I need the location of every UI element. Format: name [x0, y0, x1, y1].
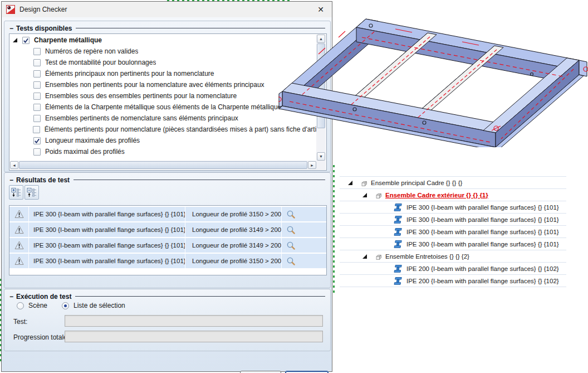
test-checkbox[interactable] [33, 59, 41, 66]
radio-selection-label: Liste de sélection [74, 302, 125, 309]
assembly-red-icon [372, 252, 382, 261]
collapse-toggle-icon[interactable]: − [9, 293, 13, 301]
test-checkbox[interactable] [22, 37, 30, 44]
test-label: Numéros de repère non valides [45, 47, 138, 55]
horizontal-scrollbar-thumb[interactable] [19, 161, 307, 169]
start-button[interactable]: Début [240, 371, 281, 373]
result-row[interactable]: IPE 300 {I-beam with parallel flange sur… [9, 207, 326, 221]
test-item: Ensembles non pertinents pour la nomencl… [10, 79, 316, 90]
warning-icon [9, 207, 28, 221]
result-part: IPE 300 {I-beam with parallel flange sur… [29, 238, 185, 253]
group-execution-de-test: − Exécution de test Scène Liste de sélec… [4, 289, 331, 351]
tree-item[interactable]: IPE 300 {I-beam with parallel flange sur… [340, 214, 566, 226]
zoom-to-part-button[interactable] [282, 222, 326, 237]
result-message: Longueur de profilé 3149 > 2000 [185, 238, 281, 253]
tree-item[interactable]: IPE 300 {I-beam with parallel flange sur… [340, 238, 566, 250]
expand-all-icon [11, 187, 21, 197]
test-checkbox[interactable] [33, 148, 41, 156]
total-progress-label: Progression totale: [13, 333, 69, 341]
test-item: Éléments de la Charpente métallique sous… [10, 101, 316, 113]
beam-end-cap-right [579, 60, 587, 76]
group-resultats-de-test: − Résultats de test [4, 172, 331, 288]
test-item: Éléments pertinents pour nomenclature (p… [10, 124, 316, 135]
expander-icon[interactable] [12, 37, 22, 43]
result-message: Longueur de profilé 3150 > 2000 [185, 207, 281, 221]
test-item: Ensembles pertinents de nomenclature san… [10, 113, 316, 124]
result-part: IPE 300 {I-beam with parallel flange sur… [29, 222, 185, 237]
group-execution-title: Exécution de test [16, 293, 71, 301]
collapse-toggle-icon[interactable]: − [9, 176, 13, 184]
window-title: Design Checker [19, 6, 67, 13]
ipe-beam-icon [393, 203, 403, 212]
test-checkbox[interactable] [33, 93, 41, 100]
test-checkbox[interactable] [33, 81, 41, 89]
tree-item[interactable]: IPE 300 {I-beam with parallel flange sur… [340, 201, 566, 214]
tree-item[interactable]: IPE 200 {I-beam with parallel flange sur… [340, 263, 566, 275]
tree-item-label: IPE 200 {I-beam with parallel flange sur… [406, 278, 559, 284]
zoom-to-part-button[interactable] [282, 238, 326, 253]
test-label: Charpente métallique [34, 36, 102, 44]
horizontal-scrollbar[interactable]: ◄ ► [10, 161, 316, 169]
close-button[interactable]: Fermer [285, 371, 329, 373]
group-results-title: Résultats de test [16, 176, 70, 184]
test-checkbox[interactable] [33, 48, 41, 55]
assembly-tree: Ensemble principal Cadre {} {} {}Ensembl… [340, 176, 566, 287]
zoom-to-part-button[interactable] [282, 207, 326, 221]
tree-item-label: Ensemble Cadre extérieur {} {} {1} [385, 192, 488, 198]
test-label: Éléments de la Charpente métallique sous… [45, 103, 281, 111]
design-checker-app-icon [6, 5, 15, 14]
test-checkbox[interactable] [33, 104, 41, 111]
viewport-grid-sliver-right [333, 165, 335, 293]
beam-end-cap-left [279, 91, 282, 107]
ipe-beam-icon [393, 240, 403, 249]
test-item: Éléments principaux non pertinents pour … [10, 68, 316, 79]
scroll-left-icon[interactable]: ◄ [10, 161, 18, 169]
ipe-beam-icon [393, 264, 403, 273]
warning-icon [9, 222, 28, 237]
result-part: IPE 300 {I-beam with parallel flange sur… [29, 254, 185, 268]
tree-item[interactable]: IPE 200 {I-beam with parallel flange sur… [340, 275, 566, 287]
assembly-blue-icon [372, 191, 382, 200]
group-header-rule [74, 180, 325, 180]
group-execution-header[interactable]: − Exécution de test [9, 292, 325, 301]
result-row[interactable]: IPE 300 {I-beam with parallel flange sur… [9, 254, 326, 268]
test-item: Numéros de repère non valides [10, 46, 316, 57]
collapse-toggle-icon[interactable]: − [9, 25, 13, 32]
expander-icon[interactable] [362, 192, 372, 198]
tree-item[interactable]: Ensemble principal Cadre {} {} {} [340, 177, 566, 189]
tree-item[interactable]: Ensemble Entretoises {} {} {2} [340, 250, 566, 263]
test-item: Charpente métallique [10, 35, 316, 46]
radio-liste-de-selection[interactable] [62, 302, 69, 309]
test-progress-bar [65, 315, 323, 327]
group-tests-header[interactable]: − Tests disponibles [9, 24, 325, 32]
test-label: Éléments principaux non pertinents pour … [45, 70, 214, 77]
scroll-right-icon[interactable]: ► [308, 161, 316, 169]
test-label: Test de montabilité pour boulonnages [45, 59, 156, 66]
tree-item-label: Ensemble Entretoises {} {} {2} [385, 253, 469, 260]
group-tests-title: Tests disponibles [16, 25, 72, 32]
collapse-all-results-button[interactable] [24, 185, 39, 200]
result-part: IPE 300 {I-beam with parallel flange sur… [29, 207, 185, 221]
group-results-header[interactable]: − Résultats de test [9, 176, 325, 184]
zoom-to-part-button[interactable] [282, 254, 326, 268]
tree-item[interactable]: IPE 300 {I-beam with parallel flange sur… [340, 226, 566, 238]
screen: Design Checker ✕ − Tests disponibles Cha… [0, 0, 588, 373]
test-checkbox[interactable] [33, 115, 41, 122]
frame-3d-view[interactable] [278, 7, 588, 147]
tree-item[interactable]: Ensemble Cadre extérieur {} {} {1} [340, 189, 566, 201]
test-checkbox[interactable] [33, 126, 40, 133]
test-checkbox[interactable] [33, 70, 41, 77]
test-checkbox[interactable] [33, 137, 41, 144]
radio-scene[interactable] [17, 302, 24, 309]
test-item: Poids maximal des profilés [10, 146, 316, 157]
scroll-down-icon[interactable]: ▼ [317, 152, 325, 161]
expander-icon[interactable] [347, 180, 357, 186]
expander-icon[interactable] [362, 254, 372, 259]
result-row[interactable]: IPE 300 {I-beam with parallel flange sur… [9, 238, 326, 253]
total-progress-bar [65, 331, 323, 342]
tree-item-label: IPE 300 {I-beam with parallel flange sur… [406, 216, 559, 223]
result-row[interactable]: IPE 300 {I-beam with parallel flange sur… [9, 222, 326, 237]
tree-item-label: IPE 300 {I-beam with parallel flange sur… [406, 241, 559, 248]
expand-all-results-button[interactable] [9, 185, 23, 200]
test-label: Poids maximal des profilés [45, 148, 125, 156]
